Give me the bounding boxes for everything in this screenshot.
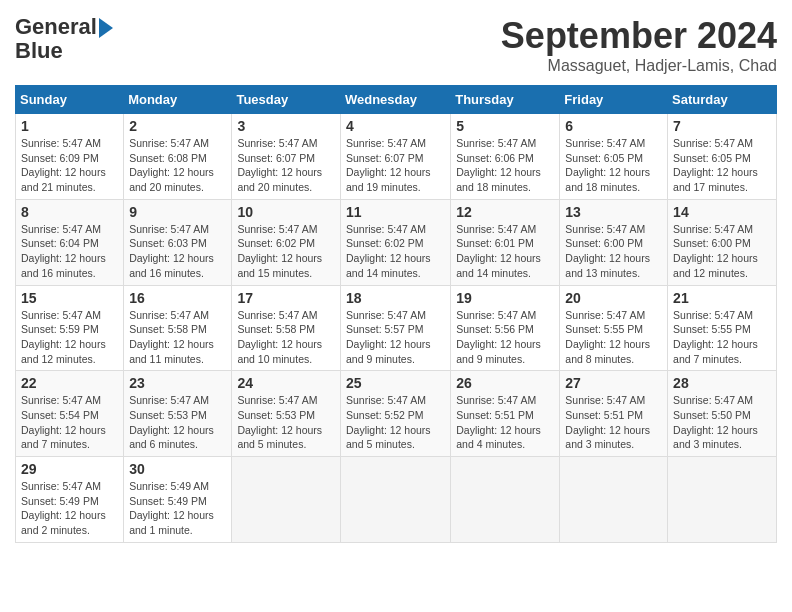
day-number: 9 [129, 204, 226, 220]
calendar-cell: 11 Sunrise: 5:47 AM Sunset: 6:02 PM Dayl… [340, 199, 450, 285]
daylight-label: Daylight: 12 hours and 16 minutes. [21, 252, 106, 279]
day-info: Sunrise: 5:47 AM Sunset: 5:50 PM Dayligh… [673, 393, 771, 452]
calendar-cell: 21 Sunrise: 5:47 AM Sunset: 5:55 PM Dayl… [668, 285, 777, 371]
daylight-label: Daylight: 12 hours and 10 minutes. [237, 338, 322, 365]
daylight-label: Daylight: 12 hours and 8 minutes. [565, 338, 650, 365]
day-number: 28 [673, 375, 771, 391]
calendar-week-row: 1 Sunrise: 5:47 AM Sunset: 6:09 PM Dayli… [16, 114, 777, 200]
day-header: Tuesday [232, 86, 341, 114]
day-info: Sunrise: 5:47 AM Sunset: 6:06 PM Dayligh… [456, 136, 554, 195]
sunset-label: Sunset: 5:53 PM [237, 409, 315, 421]
daylight-label: Daylight: 12 hours and 11 minutes. [129, 338, 214, 365]
day-number: 25 [346, 375, 445, 391]
sunrise-label: Sunrise: 5:47 AM [673, 223, 753, 235]
sunset-label: Sunset: 5:50 PM [673, 409, 751, 421]
day-header: Sunday [16, 86, 124, 114]
daylight-label: Daylight: 12 hours and 3 minutes. [565, 424, 650, 451]
day-number: 30 [129, 461, 226, 477]
day-info: Sunrise: 5:47 AM Sunset: 6:09 PM Dayligh… [21, 136, 118, 195]
day-info: Sunrise: 5:47 AM Sunset: 5:52 PM Dayligh… [346, 393, 445, 452]
sunrise-label: Sunrise: 5:47 AM [565, 223, 645, 235]
day-info: Sunrise: 5:47 AM Sunset: 6:07 PM Dayligh… [237, 136, 335, 195]
day-number: 10 [237, 204, 335, 220]
calendar-cell: 23 Sunrise: 5:47 AM Sunset: 5:53 PM Dayl… [124, 371, 232, 457]
calendar-cell [232, 457, 341, 543]
calendar-cell: 20 Sunrise: 5:47 AM Sunset: 5:55 PM Dayl… [560, 285, 668, 371]
sunset-label: Sunset: 6:07 PM [237, 152, 315, 164]
calendar-cell: 19 Sunrise: 5:47 AM Sunset: 5:56 PM Dayl… [451, 285, 560, 371]
calendar-cell: 3 Sunrise: 5:47 AM Sunset: 6:07 PM Dayli… [232, 114, 341, 200]
daylight-label: Daylight: 12 hours and 18 minutes. [456, 166, 541, 193]
calendar-header-row: SundayMondayTuesdayWednesdayThursdayFrid… [16, 86, 777, 114]
daylight-label: Daylight: 12 hours and 7 minutes. [673, 338, 758, 365]
day-number: 4 [346, 118, 445, 134]
sunrise-label: Sunrise: 5:47 AM [346, 137, 426, 149]
day-info: Sunrise: 5:47 AM Sunset: 6:04 PM Dayligh… [21, 222, 118, 281]
day-info: Sunrise: 5:47 AM Sunset: 5:53 PM Dayligh… [129, 393, 226, 452]
daylight-label: Daylight: 12 hours and 2 minutes. [21, 509, 106, 536]
day-info: Sunrise: 5:47 AM Sunset: 5:58 PM Dayligh… [237, 308, 335, 367]
day-number: 26 [456, 375, 554, 391]
sunrise-label: Sunrise: 5:47 AM [456, 394, 536, 406]
calendar-cell: 13 Sunrise: 5:47 AM Sunset: 6:00 PM Dayl… [560, 199, 668, 285]
daylight-label: Daylight: 12 hours and 19 minutes. [346, 166, 431, 193]
day-info: Sunrise: 5:47 AM Sunset: 5:58 PM Dayligh… [129, 308, 226, 367]
day-number: 8 [21, 204, 118, 220]
daylight-label: Daylight: 12 hours and 5 minutes. [237, 424, 322, 451]
day-number: 14 [673, 204, 771, 220]
day-number: 11 [346, 204, 445, 220]
sunset-label: Sunset: 6:00 PM [565, 237, 643, 249]
day-number: 1 [21, 118, 118, 134]
sunrise-label: Sunrise: 5:47 AM [129, 309, 209, 321]
sunset-label: Sunset: 6:05 PM [565, 152, 643, 164]
sunset-label: Sunset: 5:54 PM [21, 409, 99, 421]
daylight-label: Daylight: 12 hours and 21 minutes. [21, 166, 106, 193]
day-number: 23 [129, 375, 226, 391]
day-number: 21 [673, 290, 771, 306]
daylight-label: Daylight: 12 hours and 1 minute. [129, 509, 214, 536]
day-number: 12 [456, 204, 554, 220]
sunrise-label: Sunrise: 5:49 AM [129, 480, 209, 492]
calendar-cell: 7 Sunrise: 5:47 AM Sunset: 6:05 PM Dayli… [668, 114, 777, 200]
day-info: Sunrise: 5:47 AM Sunset: 6:00 PM Dayligh… [673, 222, 771, 281]
day-info: Sunrise: 5:47 AM Sunset: 6:03 PM Dayligh… [129, 222, 226, 281]
sunrise-label: Sunrise: 5:47 AM [346, 309, 426, 321]
sunset-label: Sunset: 5:56 PM [456, 323, 534, 335]
logo: General Blue [15, 15, 113, 63]
calendar-cell: 26 Sunrise: 5:47 AM Sunset: 5:51 PM Dayl… [451, 371, 560, 457]
day-info: Sunrise: 5:47 AM Sunset: 6:05 PM Dayligh… [565, 136, 662, 195]
sunset-label: Sunset: 5:49 PM [21, 495, 99, 507]
sunset-label: Sunset: 5:52 PM [346, 409, 424, 421]
day-number: 20 [565, 290, 662, 306]
calendar-cell: 9 Sunrise: 5:47 AM Sunset: 6:03 PM Dayli… [124, 199, 232, 285]
sunset-label: Sunset: 6:01 PM [456, 237, 534, 249]
sunrise-label: Sunrise: 5:47 AM [673, 309, 753, 321]
calendar-cell: 30 Sunrise: 5:49 AM Sunset: 5:49 PM Dayl… [124, 457, 232, 543]
sunset-label: Sunset: 5:55 PM [565, 323, 643, 335]
sunset-label: Sunset: 5:57 PM [346, 323, 424, 335]
calendar-cell: 17 Sunrise: 5:47 AM Sunset: 5:58 PM Dayl… [232, 285, 341, 371]
sunrise-label: Sunrise: 5:47 AM [21, 137, 101, 149]
sunset-label: Sunset: 6:08 PM [129, 152, 207, 164]
sunrise-label: Sunrise: 5:47 AM [673, 137, 753, 149]
calendar-subtitle: Massaguet, Hadjer-Lamis, Chad [501, 57, 777, 75]
day-info: Sunrise: 5:47 AM Sunset: 6:05 PM Dayligh… [673, 136, 771, 195]
daylight-label: Daylight: 12 hours and 7 minutes. [21, 424, 106, 451]
daylight-label: Daylight: 12 hours and 15 minutes. [237, 252, 322, 279]
day-info: Sunrise: 5:47 AM Sunset: 6:01 PM Dayligh… [456, 222, 554, 281]
day-info: Sunrise: 5:47 AM Sunset: 6:00 PM Dayligh… [565, 222, 662, 281]
day-info: Sunrise: 5:47 AM Sunset: 6:08 PM Dayligh… [129, 136, 226, 195]
calendar-body: 1 Sunrise: 5:47 AM Sunset: 6:09 PM Dayli… [16, 114, 777, 543]
daylight-label: Daylight: 12 hours and 9 minutes. [346, 338, 431, 365]
calendar-week-row: 29 Sunrise: 5:47 AM Sunset: 5:49 PM Dayl… [16, 457, 777, 543]
sunset-label: Sunset: 5:49 PM [129, 495, 207, 507]
sunrise-label: Sunrise: 5:47 AM [21, 394, 101, 406]
calendar-cell: 27 Sunrise: 5:47 AM Sunset: 5:51 PM Dayl… [560, 371, 668, 457]
calendar-cell [340, 457, 450, 543]
sunrise-label: Sunrise: 5:47 AM [129, 223, 209, 235]
sunrise-label: Sunrise: 5:47 AM [237, 394, 317, 406]
calendar-cell: 15 Sunrise: 5:47 AM Sunset: 5:59 PM Dayl… [16, 285, 124, 371]
day-info: Sunrise: 5:47 AM Sunset: 5:55 PM Dayligh… [565, 308, 662, 367]
daylight-label: Daylight: 12 hours and 5 minutes. [346, 424, 431, 451]
sunrise-label: Sunrise: 5:47 AM [456, 223, 536, 235]
